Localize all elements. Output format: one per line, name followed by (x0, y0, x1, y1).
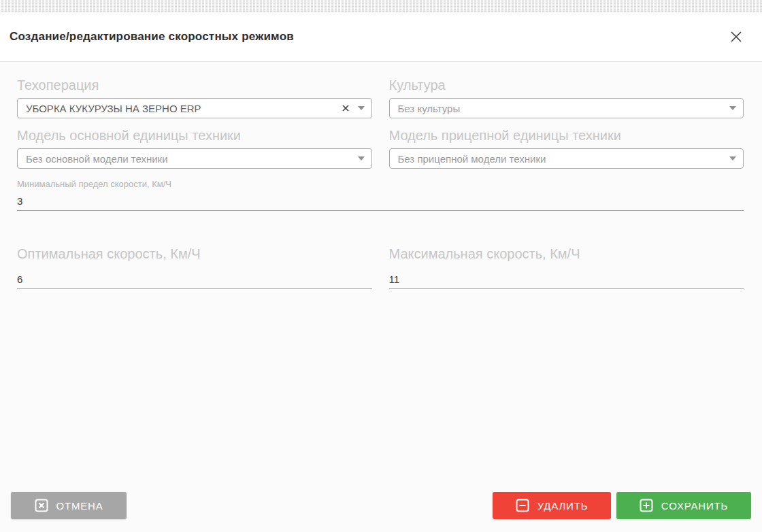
min-speed-label: Минимальный предел скорости, Км/Ч (17, 178, 744, 190)
dialog-title: Создание/редактирование скоростных режим… (10, 30, 294, 44)
culture-field: Культура Без культуры (389, 76, 744, 118)
main-unit-model-placeholder: Без основной модели техники (26, 153, 357, 165)
form-row-2: Модель основной единицы техники Без осно… (17, 127, 744, 169)
save-button-label: СОХРАНИТЬ (661, 500, 728, 512)
tech-operation-label: Техоперация (17, 76, 372, 95)
cancel-button-label: ОТМЕНА (56, 500, 103, 512)
culture-select[interactable]: Без культуры (389, 98, 744, 118)
tech-operation-value: УБОРКА КУКУРУЗЫ НА ЗЕРНО ERP (26, 103, 340, 114)
main-unit-model-label: Модель основной единицы техники (17, 127, 372, 145)
optimal-speed-field: Оптимальная скорость, Км/Ч (17, 245, 372, 289)
tech-operation-field: Техоперация УБОРКА КУКУРУЗЫ НА ЗЕРНО ERP (17, 76, 372, 118)
speed-mode-dialog: Создание/редактирование скоростных режим… (0, 12, 762, 532)
culture-label: Культура (389, 76, 744, 95)
optimal-speed-label: Оптимальная скорость, Км/Ч (17, 245, 372, 263)
main-unit-model-field: Модель основной единицы техники Без осно… (17, 127, 372, 169)
chevron-down-icon (358, 156, 365, 161)
save-button[interactable]: СОХРАНИТЬ (616, 492, 751, 519)
max-speed-field: Максимальная скорость, Км/Ч (389, 245, 744, 289)
minus-icon (516, 499, 529, 512)
plus-icon (640, 499, 653, 512)
clear-icon[interactable] (340, 103, 351, 114)
chevron-down-icon (729, 106, 736, 110)
dialog-body: Техоперация УБОРКА КУКУРУЗЫ НА ЗЕРНО ERP… (0, 62, 762, 532)
form-row-1: Техоперация УБОРКА КУКУРУЗЫ НА ЗЕРНО ERP… (17, 76, 744, 118)
max-speed-label: Максимальная скорость, Км/Ч (389, 245, 744, 263)
delete-button-label: УДАЛИТЬ (537, 500, 589, 512)
max-speed-input[interactable] (389, 276, 744, 289)
optimal-speed-input[interactable] (17, 276, 372, 289)
dialog-footer: ОТМЕНА УДАЛИТЬ (11, 492, 751, 519)
min-speed-field: Минимальный предел скорости, Км/Ч (17, 178, 744, 211)
cancel-button[interactable]: ОТМЕНА (11, 492, 127, 519)
main-unit-model-select[interactable]: Без основной модели техники (17, 148, 372, 169)
dialog-header: Создание/редактирование скоростных режим… (0, 12, 762, 62)
min-speed-input[interactable] (17, 197, 744, 211)
trailer-unit-model-label: Модель прицепной единицы техники (389, 127, 744, 145)
page-background-strip (0, 0, 762, 12)
cancel-icon (35, 499, 48, 512)
trailer-unit-model-placeholder: Без прицепной модели техники (398, 153, 729, 165)
chevron-down-icon (729, 156, 736, 161)
tech-operation-select[interactable]: УБОРКА КУКУРУЗЫ НА ЗЕРНО ERP (17, 98, 372, 118)
delete-button[interactable]: УДАЛИТЬ (493, 492, 611, 519)
trailer-unit-model-field: Модель прицепной единицы техники Без при… (389, 127, 744, 169)
close-icon[interactable] (727, 28, 745, 46)
trailer-unit-model-select[interactable]: Без прицепной модели техники (389, 148, 744, 169)
form-row-3: Оптимальная скорость, Км/Ч Максимальная … (17, 245, 744, 289)
culture-placeholder: Без культуры (398, 103, 729, 114)
chevron-down-icon (358, 106, 365, 110)
footer-right-actions: УДАЛИТЬ СОХРАНИТЬ (493, 492, 751, 519)
